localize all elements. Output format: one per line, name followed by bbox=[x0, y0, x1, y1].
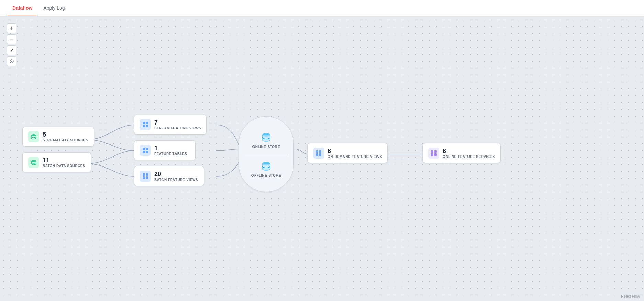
stream-feature-views-label: STREAM FEATURE VIEWS bbox=[154, 126, 201, 130]
zoom-out-button[interactable]: − bbox=[7, 34, 16, 44]
online-feature-services-node[interactable]: 6 ONLINE FEATURE SERVICES bbox=[422, 143, 501, 163]
svg-rect-11 bbox=[146, 151, 148, 153]
svg-rect-5 bbox=[146, 122, 148, 124]
batch-feature-views-count: 20 bbox=[154, 171, 198, 177]
offline-store-label: OFFLINE STORE bbox=[251, 174, 281, 178]
svg-rect-10 bbox=[143, 151, 145, 153]
svg-rect-20 bbox=[316, 153, 318, 156]
svg-rect-6 bbox=[143, 125, 145, 127]
svg-rect-12 bbox=[143, 173, 145, 176]
svg-rect-14 bbox=[143, 176, 145, 179]
controls-panel: + − ⤢ bbox=[7, 23, 16, 66]
online-feature-services-count: 6 bbox=[443, 148, 495, 154]
feature-tables-icon bbox=[140, 145, 151, 156]
lock-button[interactable] bbox=[7, 56, 16, 66]
svg-rect-15 bbox=[146, 176, 148, 179]
batch-data-sources-node[interactable]: 11 BATCH DATA SOURCES bbox=[22, 152, 91, 172]
on-demand-feature-views-count: 6 bbox=[328, 148, 382, 154]
batch-data-sources-count: 11 bbox=[43, 157, 85, 163]
online-feature-services-icon bbox=[428, 148, 439, 159]
online-store-label: ONLINE STORE bbox=[252, 145, 280, 149]
tab-dataflow[interactable]: Dataflow bbox=[7, 1, 38, 15]
batch-feature-views-icon bbox=[140, 171, 151, 182]
stream-feature-views-count: 7 bbox=[154, 119, 201, 126]
on-demand-feature-views-node[interactable]: 6 ON-DEMAND FEATURE VIEWS bbox=[307, 143, 388, 163]
svg-rect-18 bbox=[316, 150, 318, 153]
stream-data-sources-content: 5 STREAM DATA SOURCES bbox=[43, 131, 88, 142]
svg-point-2 bbox=[31, 134, 36, 136]
store-node[interactable]: ONLINE STORE OFFLINE STORE bbox=[239, 116, 294, 192]
svg-rect-7 bbox=[146, 125, 148, 127]
batch-feature-views-node[interactable]: 20 BATCH FEATURE VIEWS bbox=[134, 166, 204, 186]
feature-tables-content: 1 FEATURE TABLES bbox=[154, 145, 187, 156]
svg-rect-25 bbox=[434, 153, 437, 156]
svg-point-3 bbox=[31, 160, 36, 162]
svg-rect-24 bbox=[431, 153, 433, 156]
svg-rect-9 bbox=[146, 148, 148, 150]
online-store-item: ONLINE STORE bbox=[252, 131, 280, 149]
fit-view-button[interactable]: ⤢ bbox=[7, 45, 16, 55]
batch-data-sources-content: 11 BATCH DATA SOURCES bbox=[43, 157, 85, 168]
svg-rect-21 bbox=[319, 153, 321, 156]
svg-rect-4 bbox=[143, 122, 145, 124]
svg-rect-8 bbox=[143, 148, 145, 150]
svg-point-1 bbox=[11, 61, 12, 62]
stream-feature-views-content: 7 STREAM FEATURE VIEWS bbox=[154, 119, 201, 130]
react-flow-label: React Flow bbox=[621, 294, 640, 298]
on-demand-feature-views-label: ON-DEMAND FEATURE VIEWS bbox=[328, 155, 382, 159]
online-feature-services-label: ONLINE FEATURE SERVICES bbox=[443, 155, 495, 159]
stream-feature-views-node[interactable]: 7 STREAM FEATURE VIEWS bbox=[134, 115, 207, 135]
on-demand-feature-views-content: 6 ON-DEMAND FEATURE VIEWS bbox=[328, 148, 382, 159]
stream-feature-views-icon bbox=[140, 119, 151, 130]
stream-data-sources-node[interactable]: 5 STREAM DATA SOURCES bbox=[22, 127, 94, 147]
offline-store-item: OFFLINE STORE bbox=[251, 160, 281, 178]
svg-rect-19 bbox=[319, 150, 321, 153]
tab-apply-log[interactable]: Apply Log bbox=[38, 1, 70, 15]
flow-canvas: + − ⤢ bbox=[0, 17, 644, 301]
batch-feature-views-content: 20 BATCH FEATURE VIEWS bbox=[154, 171, 198, 182]
stream-data-sources-label: STREAM DATA SOURCES bbox=[43, 138, 88, 142]
online-feature-services-content: 6 ONLINE FEATURE SERVICES bbox=[443, 148, 495, 159]
on-demand-feature-views-icon bbox=[313, 148, 324, 159]
batch-feature-views-label: BATCH FEATURE VIEWS bbox=[154, 178, 198, 182]
svg-rect-23 bbox=[434, 150, 437, 153]
zoom-in-button[interactable]: + bbox=[7, 23, 16, 33]
feature-tables-label: FEATURE TABLES bbox=[154, 152, 187, 156]
svg-rect-13 bbox=[146, 173, 148, 176]
feature-tables-node[interactable]: 1 FEATURE TABLES bbox=[134, 140, 196, 160]
header: Dataflow Apply Log bbox=[0, 0, 644, 17]
svg-rect-22 bbox=[431, 150, 433, 153]
batch-data-sources-icon bbox=[28, 157, 39, 168]
batch-data-sources-label: BATCH DATA SOURCES bbox=[43, 164, 85, 168]
stream-data-sources-count: 5 bbox=[43, 131, 88, 138]
stream-data-sources-icon bbox=[28, 131, 39, 142]
feature-tables-count: 1 bbox=[154, 145, 187, 151]
